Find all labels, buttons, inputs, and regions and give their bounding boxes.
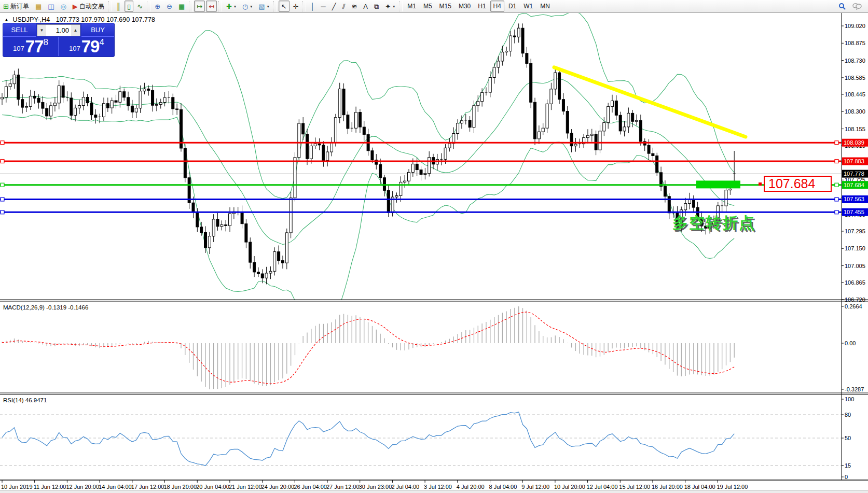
chat-icon: [852, 3, 862, 10]
timeframe-m1-button[interactable]: M1: [404, 1, 419, 12]
buy-price[interactable]: 107794: [59, 37, 114, 56]
line-handle[interactable]: [835, 210, 838, 214]
timeframe-w1-button[interactable]: W1: [520, 1, 536, 12]
signals-button[interactable]: ◎: [58, 1, 69, 12]
arrows-button[interactable]: ✦▾: [382, 1, 397, 12]
chevron-down-icon: ▾: [250, 4, 252, 9]
rsi-axis-tick: 100: [845, 396, 854, 402]
tile-windows-button[interactable]: ▦: [176, 1, 187, 12]
indicators-icon: ✚: [226, 3, 232, 10]
chat-button[interactable]: [850, 1, 864, 12]
line-chart-button[interactable]: ∿: [134, 1, 145, 12]
line-handle[interactable]: [1, 198, 4, 201]
rsi-axis-tick: 50: [845, 435, 851, 441]
text-label-button[interactable]: ⧉: [371, 1, 381, 12]
vertical-line-button[interactable]: │: [308, 1, 317, 12]
chart-area[interactable]: 109.020108.875108.730108.585108.445108.3…: [0, 12, 868, 493]
arrows-icon: ✦: [385, 3, 391, 10]
timeframe-h4-button[interactable]: H4: [490, 1, 504, 12]
templates-button[interactable]: ▧▾: [256, 1, 271, 12]
green-zone-rectangle[interactable]: [696, 180, 740, 188]
timeframe-m30-button[interactable]: M30: [456, 1, 474, 12]
search-button[interactable]: [836, 1, 849, 12]
time-axis-label: 10 Jul 20:00: [554, 484, 585, 490]
buy-button[interactable]: BUY: [81, 23, 114, 37]
candles: [1, 23, 736, 284]
macd-indicator-label: MACD(12,26,9) -0.1319 -0.1466: [3, 304, 88, 311]
trendline-button[interactable]: ╱: [329, 1, 339, 12]
price-callout-label[interactable]: 107.684: [764, 176, 832, 192]
sell-price-sup: 8: [43, 38, 48, 47]
text-button[interactable]: A: [361, 1, 370, 12]
auto-scroll-button[interactable]: ↦: [194, 1, 205, 12]
equidistant-channel-icon: ⫽: [342, 3, 346, 10]
candlestick-chart-button[interactable]: ▯: [125, 1, 133, 12]
line-handle[interactable]: [835, 141, 838, 145]
timeframe-h1-button[interactable]: H1: [475, 1, 489, 12]
symbol-period-label: USDJPY-,H4: [12, 16, 50, 23]
bar-chart-icon: ║: [116, 3, 121, 10]
fibonacci-button[interactable]: ≋: [349, 1, 360, 12]
sell-button[interactable]: SELL: [3, 23, 36, 37]
toolbar-separator: [108, 1, 112, 11]
sell-price[interactable]: 107778: [3, 37, 58, 56]
line-handle[interactable]: [835, 183, 838, 187]
vertical-line-icon: │: [310, 3, 314, 10]
trendline-icon: ╱: [332, 3, 336, 10]
chinese-annotation-text[interactable]: 多空转折点: [672, 213, 755, 234]
yellow-trendline[interactable]: [554, 67, 746, 137]
rsi-axis-tick: 80: [845, 412, 851, 418]
price-chip-label: 108.039: [844, 139, 864, 146]
chart-shift-button[interactable]: ↤: [206, 1, 217, 12]
line-handle[interactable]: [1, 141, 4, 145]
volume-down-button[interactable]: ▼: [37, 25, 46, 36]
volume-up-button[interactable]: ▲: [71, 25, 80, 36]
time-axis-label: 15 Jul 12:00: [619, 484, 650, 490]
rsi-axis-tick: 15: [845, 462, 851, 469]
periods-icon: ◷: [242, 3, 248, 10]
timeframe-m15-button[interactable]: M15: [436, 1, 454, 12]
price-axis-tick: 108.445: [845, 91, 865, 97]
line-handle[interactable]: [1, 183, 4, 187]
one-click-trading-panel: SELL ▼ 1.00 ▲ BUY 107778 107794: [3, 23, 115, 57]
signals-icon: ◎: [61, 3, 66, 10]
timeframe-m5-button[interactable]: M5: [420, 1, 435, 12]
line-handle[interactable]: [835, 198, 838, 201]
auto-scroll-icon: ↦: [197, 3, 202, 10]
collapse-arrow-icon[interactable]: ▲: [4, 17, 9, 22]
time-axis-label: 27 Jun 12:00: [326, 484, 360, 490]
indicators-button[interactable]: ✚▾: [224, 1, 239, 12]
equidistant-channel-button[interactable]: ⫽: [340, 1, 348, 12]
zoom-in-button[interactable]: ⊕: [152, 1, 163, 12]
autotrading-button[interactable]: ▶自动交易: [70, 1, 107, 12]
callout-anchor-handle[interactable]: [759, 182, 762, 186]
bar-chart-button[interactable]: ║: [114, 1, 123, 12]
timeframe-d1-button[interactable]: D1: [505, 1, 519, 12]
cursor-button[interactable]: ↖: [279, 1, 290, 12]
periods-button[interactable]: ◷▾: [240, 1, 255, 12]
macd-plot: [2, 306, 734, 389]
profile-button[interactable]: ◫: [45, 1, 57, 12]
market-watch-button[interactable]: ▤: [33, 1, 44, 12]
time-axis-label: 14 Jun 04:00: [99, 484, 132, 490]
zoom-out-icon: ⊖: [167, 3, 172, 10]
line-handle[interactable]: [1, 160, 4, 163]
zoom-out-button[interactable]: ⊖: [164, 1, 175, 12]
crosshair-button[interactable]: ✛: [291, 1, 301, 12]
buy-price-big: 79: [81, 38, 100, 55]
new-order-button[interactable]: ⊞新订单: [1, 1, 32, 12]
candlestick-chart-icon: ▯: [127, 3, 131, 10]
main-toolbar: ⊞新订单▤◫◎▶自动交易║▯∿⊕⊖▦↦↤✚▾◷▾▧▾↖✛│─╱⫽≋A⧉✦▾M1M…: [0, 0, 868, 13]
price-chip-label: 107.563: [844, 196, 864, 202]
price-chart-svg[interactable]: 109.020108.875108.730108.585108.445108.3…: [0, 12, 868, 493]
line-handle[interactable]: [1, 210, 4, 214]
price-axis-tick: 108.155: [845, 126, 865, 132]
volume-input[interactable]: 1.00: [46, 25, 71, 36]
line-handle[interactable]: [835, 160, 838, 163]
horizontal-line-button[interactable]: ─: [319, 1, 328, 12]
price-axis-tick: 109.020: [845, 23, 865, 29]
time-axis-label: 2 Jul 04:00: [391, 484, 419, 490]
buy-price-sup: 4: [99, 38, 104, 47]
timeframe-mn-button[interactable]: MN: [537, 1, 553, 12]
sell-price-prefix: 107: [13, 43, 24, 55]
